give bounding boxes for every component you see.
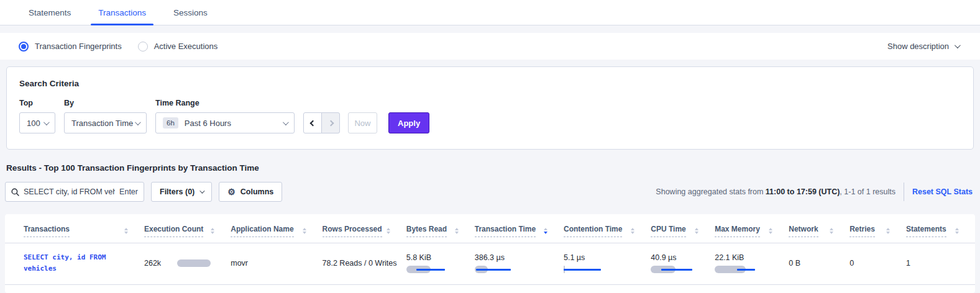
results-heading: Results - Top 100 Transaction Fingerprin…	[6, 163, 980, 173]
enter-hint[interactable]: Enter	[119, 187, 138, 196]
chevron-down-icon	[283, 119, 289, 125]
apply-button[interactable]: Apply	[388, 112, 429, 133]
top-field: Top 100	[19, 99, 55, 133]
by-label: By	[64, 99, 147, 107]
search-box[interactable]: Enter	[5, 182, 144, 202]
transactions-table: Transactions Execution Count Application…	[5, 217, 975, 285]
reset-sql-stats-link[interactable]: Reset SQL Stats	[912, 187, 973, 196]
chevron-right-icon	[327, 120, 334, 126]
top-select[interactable]: 100	[19, 112, 55, 133]
column-header-retries[interactable]: Retries	[849, 217, 906, 243]
column-header-application-name[interactable]: Application Name	[231, 217, 322, 243]
bytes-read-cell: 5.8 KiB	[406, 253, 469, 273]
filters-button[interactable]: Filters (0)	[151, 182, 212, 202]
table-row: SELECT city, id FROM vehicles 262k movr …	[5, 243, 975, 285]
tab-sessions[interactable]: Sessions	[160, 0, 221, 25]
contention-time-cell: 5.1 µs	[564, 253, 644, 273]
application-name-cell: movr	[231, 243, 322, 285]
radio-unselected-icon	[138, 42, 148, 52]
show-description-toggle[interactable]: Show description	[887, 42, 961, 51]
chevron-down-icon	[135, 119, 141, 125]
by-field: By Transaction Time	[64, 99, 147, 133]
sort-icon	[695, 228, 698, 234]
column-header-contention-time[interactable]: Contention Time	[564, 217, 651, 243]
radio-label: Active Executions	[154, 42, 218, 51]
sort-icon	[544, 228, 547, 234]
column-header-max-memory[interactable]: Max Memory	[715, 217, 789, 243]
column-header-cpu-time[interactable]: CPU Time	[651, 217, 715, 243]
max-memory-cell: 22.1 KiB	[715, 253, 782, 273]
radio-transaction-fingerprints[interactable]: Transaction Fingerprints	[19, 42, 122, 52]
time-range-field: Time Range 6h Past 6 Hours	[155, 99, 295, 133]
execution-count-cell: 262k	[144, 259, 224, 268]
max-memory-bar	[715, 266, 779, 273]
chevron-down-icon	[199, 188, 204, 193]
time-range-value: Past 6 Hours	[185, 119, 231, 128]
column-header-network[interactable]: Network	[789, 217, 849, 243]
gear-icon: ⚙	[227, 187, 236, 196]
search-criteria-title: Search Criteria	[19, 79, 961, 88]
filters-label: Filters (0)	[160, 187, 195, 196]
results-table-card: Transactions Execution Count Application…	[5, 214, 975, 293]
chevron-left-icon	[309, 120, 316, 126]
transaction-time-bar	[475, 266, 539, 273]
sort-icon	[455, 228, 459, 234]
columns-label: Columns	[240, 187, 273, 196]
next-time-window-button[interactable]	[321, 112, 340, 133]
column-header-statements[interactable]: Statements	[906, 217, 975, 243]
top-select-value: 100	[27, 119, 40, 128]
statements-cell: 1	[906, 243, 975, 285]
execution-count-bar	[177, 259, 211, 267]
columns-button[interactable]: ⚙ Columns	[219, 182, 282, 202]
cpu-time-bar	[651, 266, 715, 273]
sort-icon	[769, 228, 772, 234]
aggregated-stats-text: Showing aggregated stats from 11:00 to 1…	[656, 187, 895, 196]
cpu-time-cell: 40.9 µs	[651, 253, 708, 273]
search-criteria-card: Search Criteria Top 100 By Transaction T…	[6, 66, 974, 150]
sort-icon	[387, 228, 390, 234]
transaction-time-cell: 386.3 µs	[475, 253, 557, 273]
column-header-bytes-read[interactable]: Bytes Read	[406, 217, 475, 243]
radio-active-executions[interactable]: Active Executions	[138, 42, 218, 52]
retries-cell: 0	[849, 243, 906, 285]
column-header-rows-processed[interactable]: Rows Processed	[323, 217, 406, 243]
results-controls-row: Enter Filters (0) ⚙ Columns Showing aggr…	[5, 182, 974, 202]
rows-processed-cell: 78.2 Reads / 0 Writes	[323, 243, 406, 285]
sort-icon	[124, 228, 128, 234]
by-select-value: Transaction Time	[71, 119, 133, 128]
radio-selected-icon	[19, 42, 29, 52]
bytes-read-bar	[406, 266, 471, 273]
time-range-badge: 6h	[163, 117, 178, 128]
sort-icon	[955, 228, 959, 234]
by-select[interactable]: Transaction Time	[64, 112, 147, 133]
table-header-row: Transactions Execution Count Application…	[5, 217, 975, 243]
sort-icon	[211, 228, 214, 234]
contention-time-bar	[564, 266, 628, 273]
tab-statements[interactable]: Statements	[15, 0, 85, 25]
view-toggle-band: Transaction Fingerprints Active Executio…	[0, 33, 980, 60]
radio-label: Transaction Fingerprints	[35, 42, 122, 51]
chevron-down-icon	[44, 119, 50, 125]
column-header-transaction-time[interactable]: Transaction Time	[475, 217, 564, 243]
time-window-pager	[303, 112, 340, 133]
search-input[interactable]	[24, 187, 115, 196]
transaction-fingerprint-link[interactable]: SELECT city, id FROM vehicles	[24, 252, 131, 274]
sort-icon	[886, 228, 890, 234]
sort-icon	[631, 228, 634, 234]
sort-icon	[830, 228, 833, 234]
column-header-transactions[interactable]: Transactions	[5, 217, 144, 243]
time-range-label: Time Range	[155, 99, 295, 107]
divider	[904, 183, 904, 201]
now-button[interactable]: Now	[348, 112, 377, 133]
sort-icon	[303, 228, 306, 234]
column-header-execution-count[interactable]: Execution Count	[144, 217, 231, 243]
page-tabbar: Statements Transactions Sessions	[0, 0, 980, 25]
network-cell: 0 B	[789, 243, 849, 285]
stats-time-range: 11:00 to 17:59 (UTC)	[766, 187, 840, 196]
previous-time-window-button[interactable]	[303, 112, 322, 133]
search-icon	[11, 188, 19, 196]
tab-transactions[interactable]: Transactions	[85, 0, 160, 25]
time-range-select[interactable]: 6h Past 6 Hours	[155, 112, 295, 133]
top-label: Top	[19, 99, 55, 107]
chevron-down-icon	[955, 42, 961, 48]
